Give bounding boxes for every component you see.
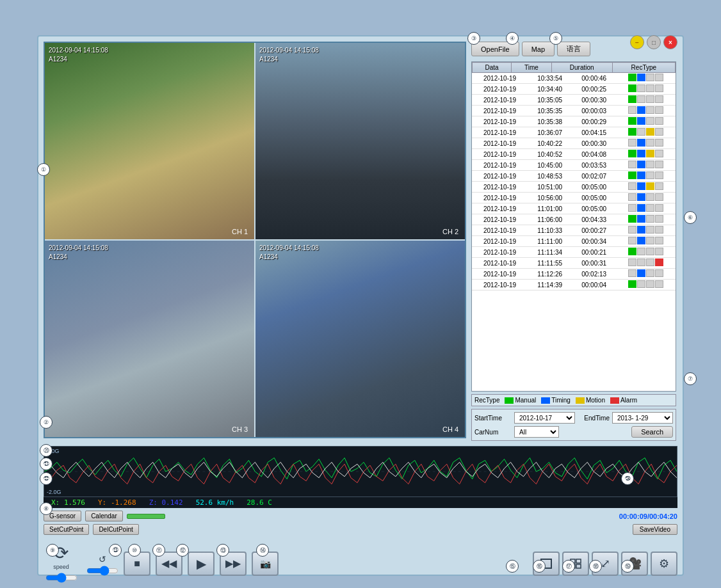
rectype-timing-indicator [637, 226, 645, 234]
rectype-timing-indicator [637, 204, 645, 212]
end-date-select[interactable]: 2013- 1-29 [612, 412, 673, 424]
cell-rectype [616, 247, 676, 258]
search-button[interactable]: Search [631, 426, 673, 438]
speed-slider[interactable] [45, 573, 77, 583]
del-cut-point-button[interactable]: DelCutPoint [93, 524, 138, 535]
cell-duration: 00:05:00 [572, 182, 616, 193]
table-row[interactable]: 2012-10-19 11:10:33 00:00:27 [472, 225, 676, 236]
video-cell-ch3[interactable]: 2012-09-04 14:15:08 A1234 CH 3 [45, 241, 254, 437]
table-row[interactable]: 2012-10-19 11:01:00 00:05:00 [472, 203, 676, 214]
annotation-7: ⑦ [684, 372, 697, 385]
table-row[interactable]: 2012-10-19 11:11:00 00:00:34 [472, 236, 676, 247]
volume-slider[interactable] [86, 566, 118, 576]
map-button[interactable]: Map [522, 42, 555, 56]
search-area: StartTime 2012-10-17 EndTime 2013- 1-29 … [471, 409, 676, 441]
cell-rectype [616, 236, 676, 247]
calendar-button[interactable]: Calendar [85, 511, 123, 521]
cell-duration: 00:03:53 [572, 160, 616, 171]
table-row[interactable]: 2012-10-19 10:33:54 00:00:46 [472, 73, 676, 84]
rectype-empty [637, 128, 645, 136]
cell-rectype [616, 171, 676, 182]
video-cell-ch2[interactable]: 2012-09-04 14:15:08 A1234 CH 2 [255, 43, 465, 239]
ch2-timestamp: 2012-09-04 14:15:08 [259, 47, 319, 54]
rectype-motion-indicator [646, 128, 654, 136]
cell-time: 10:35:35 [528, 106, 572, 116]
table-row[interactable]: 2012-10-19 11:11:34 00:00:21 [472, 247, 676, 258]
table-row[interactable]: 2012-10-19 10:40:22 00:00:30 [472, 138, 676, 149]
rectype-empty [655, 204, 663, 212]
rectype-empty [637, 258, 645, 266]
cell-time: 10:40:52 [528, 149, 572, 160]
cell-date: 2012-10-19 [472, 269, 528, 280]
cell-rectype [616, 95, 676, 106]
recording-table-wrapper: Data Time Duration RecType 2012-10-19 10… [471, 61, 676, 392]
cell-duration: 00:00:04 [572, 280, 616, 290]
cell-date: 2012-10-19 [472, 73, 528, 84]
start-date-select[interactable]: 2012-10-17 [514, 412, 575, 424]
cell-duration: 00:00:25 [572, 84, 616, 95]
close-button[interactable]: × [663, 35, 677, 49]
sensor-temp: 28.6 C [247, 498, 272, 507]
table-row[interactable]: 2012-10-19 10:34:40 00:00:25 [472, 84, 676, 95]
rectype-empty [655, 117, 663, 125]
manual-color-icon [505, 397, 514, 404]
sensor-y: Y: -1.268 [98, 498, 136, 507]
table-row[interactable]: 2012-10-19 11:14:39 00:00:04 [472, 280, 676, 290]
minimize-button[interactable]: − [630, 35, 644, 49]
table-row[interactable]: 2012-10-19 10:56:00 00:05:00 [472, 193, 676, 203]
rectype-empty [628, 269, 636, 277]
cell-rectype [616, 225, 676, 236]
table-row[interactable]: 2012-10-19 11:12:26 00:02:13 [472, 269, 676, 280]
speed-slider-track [45, 573, 77, 584]
cell-date: 2012-10-19 [472, 138, 528, 149]
carnum-label: CarNum [474, 429, 512, 436]
annotation-22: ㉒ [40, 472, 53, 485]
annotation-13: ⑬ [216, 544, 229, 557]
table-row[interactable]: 2012-10-19 10:45:00 00:03:53 [472, 160, 676, 171]
video-cell-ch1[interactable]: 2012-09-04 14:15:08 A1234 CH 1 [45, 43, 254, 239]
annotation-24: ㉔ [621, 472, 634, 485]
rectype-motion-indicator [646, 182, 654, 190]
rectype-empty [637, 248, 645, 255]
cell-duration: 00:00:21 [572, 247, 616, 258]
table-row[interactable]: 2012-10-19 11:11:55 00:00:31 [472, 258, 676, 269]
save-video-button[interactable]: SaveVideo [633, 524, 677, 535]
rectype-manual-indicator [628, 128, 636, 136]
rectype-empty [637, 95, 645, 103]
carnum-select[interactable]: All [514, 426, 559, 438]
rectype-empty [655, 74, 663, 81]
rectype-manual-indicator [628, 95, 636, 103]
cell-time: 11:12:26 [528, 269, 572, 280]
settings-button[interactable]: ⚙ [651, 552, 677, 576]
col-rectype: RecType [612, 63, 675, 73]
table-row[interactable]: 2012-10-19 10:35:38 00:00:29 [472, 116, 676, 127]
rectype-manual-indicator [628, 117, 636, 125]
table-row[interactable]: 2012-10-19 10:35:35 00:00:03 [472, 106, 676, 116]
play-button[interactable]: ▶ [188, 552, 215, 576]
sensor-x: X: 1.576 [51, 498, 85, 507]
cell-rectype [616, 127, 676, 138]
table-row[interactable]: 2012-10-19 10:48:53 00:02:07 [472, 171, 676, 182]
cell-time: 11:10:33 [528, 225, 572, 236]
set-cut-point-button[interactable]: SetCutPoint [44, 524, 89, 535]
table-row[interactable]: 2012-10-19 11:06:00 00:04:33 [472, 214, 676, 225]
annotation-6: ⑥ [684, 211, 697, 224]
table-row[interactable]: 2012-10-19 10:51:00 00:05:00 [472, 182, 676, 193]
language-button[interactable]: 语言 [557, 42, 590, 56]
cell-time: 11:14:39 [528, 280, 572, 290]
rectype-timing-indicator [637, 237, 645, 244]
loop-icon: ↺ [99, 554, 106, 564]
table-row[interactable]: 2012-10-19 10:40:52 00:04:08 [472, 149, 676, 160]
cell-date: 2012-10-19 [472, 247, 528, 258]
table-scroll[interactable]: 2012-10-19 10:33:54 00:00:46 2012-10-19 … [472, 73, 676, 310]
maximize-button[interactable]: □ [647, 35, 661, 49]
progress-bar[interactable] [127, 514, 165, 519]
rectype-timing-indicator [637, 215, 645, 223]
sensor-speed: 52.6 km/h [196, 498, 234, 507]
video-cell-ch4[interactable]: 2012-09-04 14:15:08 A1234 CH 4 [255, 241, 465, 437]
video-grid: 2012-09-04 14:15:08 A1234 CH 1 2012-09-0… [44, 42, 466, 438]
table-row[interactable]: 2012-10-19 10:35:05 00:00:30 [472, 95, 676, 106]
table-row[interactable]: 2012-10-19 10:36:07 00:04:15 [472, 127, 676, 138]
annotation-12: ⑫ [176, 544, 189, 557]
svg-rect-5 [576, 564, 581, 568]
